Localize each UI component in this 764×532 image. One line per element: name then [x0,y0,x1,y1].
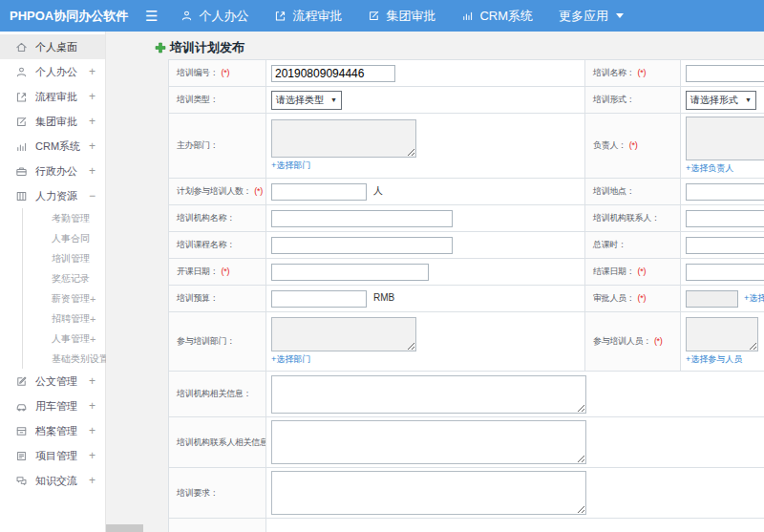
sidebar-item-label: 档案管理 [35,424,77,438]
form-row: 培训机构相关信息： [169,372,764,417]
sidebar-item-5[interactable]: CRM系统+ [0,134,105,159]
budget-value-cell: RMB [266,286,585,312]
form-row: 计划参与培训人数：(*)人培训地点： [169,179,764,205]
sidebar-item-3[interactable]: 流程审批+ [0,84,105,109]
user-icon [15,66,28,78]
top-nav-label: 更多应用 [559,8,608,25]
host-dept-textarea[interactable] [271,119,416,158]
hamburger-menu-icon[interactable]: ☰ [145,9,158,23]
form-row: 参与培训部门：+选择部门参与培训人员：(*)+选择参与人员 [169,312,764,372]
course-name-label: 培训课程名称： [177,240,235,249]
form-row: 培训编号：(*)培训名称：(*) [169,60,764,87]
total-hours-input[interactable] [686,237,764,254]
end-date-label-cell: 结课日期：(*) [585,259,681,286]
join-dept-textarea[interactable] [271,317,416,351]
archive-icon [15,425,28,437]
required-mark: (*) [638,266,647,276]
sidebar-item-10[interactable]: 档案管理+ [0,418,105,443]
app-window: PHPOA协同办公软件 ☰ 个人办公流程审批集团审批CRM系统更多应用 个人桌面… [0,0,764,532]
course-name-input[interactable] [271,237,453,254]
sidebar-item-7[interactable]: 人力资源− [0,183,105,208]
join-dept-label-cell: 参与培训部门： [169,312,266,372]
sidebar-item-12[interactable]: 知识交流+ [0,468,105,493]
sidebar-subitem-5[interactable]: 薪资管理+ [23,288,105,309]
approver-input[interactable] [686,290,738,308]
form-row: 培训类型：请选择类型▼培训形式：请选择形式▼ [169,87,764,114]
top-nav-label: CRM系统 [479,8,533,25]
top-nav-item-2[interactable]: 流程审批 [274,8,342,25]
leader-label: 负责人： [593,140,626,150]
sidebar-item-1[interactable]: 个人桌面 [0,34,105,59]
sidebar-item-11[interactable]: 项目管理+ [0,443,105,468]
place-input[interactable] [686,183,764,201]
sidebar-item-9[interactable]: 用车管理+ [0,394,105,418]
top-nav: 个人办公流程审批集团审批CRM系统更多应用 [180,8,624,25]
expand-icon: + [89,424,96,437]
training-no-input[interactable] [271,65,395,82]
training-name-label: 培训名称： [593,68,635,77]
top-nav-item-4[interactable]: CRM系统 [461,8,533,25]
host-dept-select-link[interactable]: +选择部门 [271,160,310,170]
page-title-row: 培训计划发布 [155,39,244,56]
expand-icon: + [89,139,96,153]
plan-count-input[interactable] [271,183,367,201]
training-plan-form: 培训编号：(*)培训名称：(*)培训类型：请选择类型▼培训形式：请选择形式▼主办… [168,59,764,532]
leader-textarea[interactable] [686,117,764,160]
sidebar-subitem-7[interactable]: 人事管理+ [23,329,105,349]
start-date-input[interactable] [271,264,429,281]
budget-input[interactable] [271,290,367,308]
expand-icon: + [89,474,96,487]
top-nav-item-1[interactable]: 个人办公 [180,8,248,25]
training-name-input[interactable] [686,65,764,82]
sidebar-item-4[interactable]: 集团审批+ [0,109,105,134]
training-require-textarea[interactable] [271,471,586,515]
join-people-select-link[interactable]: +选择参与人员 [686,354,742,364]
end-date-input[interactable] [686,264,764,281]
sidebar-subitem-label: 人事合同 [52,232,90,245]
org-contact-input[interactable] [686,210,764,227]
expand-icon: + [89,65,96,78]
org-name-label: 培训机构名称： [177,213,235,223]
sidebar-subitem-1[interactable]: 考勤管理 [23,208,105,228]
org-contact-label: 培训机构联系人： [593,213,660,223]
org-contact-info-textarea[interactable] [271,420,586,464]
document-edit-icon [15,375,28,388]
join-people-textarea[interactable] [686,317,758,351]
bar-chart-icon [461,10,474,22]
leader-select-link[interactable]: +选择负责人 [686,163,733,173]
flow-approve-icon [274,10,286,22]
plus-icon [155,42,166,53]
end-date-value-cell [681,259,764,286]
training-require-label: 培训要求： [177,488,219,498]
top-nav-item-3[interactable]: 集团审批 [368,8,435,25]
sidebar-item-8[interactable]: 公文管理+ [0,369,105,394]
plan-count-unit: 人 [373,185,383,196]
sidebar-subitem-4[interactable]: 奖惩记录 [23,268,105,288]
top-nav-label: 集团审批 [386,8,435,25]
sidebar-subitem-8[interactable]: 基础类别设置+ [23,349,105,369]
training-name-label-cell: 培训名称：(*) [585,60,681,87]
org-contact-info-value-cell [266,417,764,468]
join-dept-select-link[interactable]: +选择部门 [271,354,310,364]
expand-icon: + [90,333,96,345]
top-nav-item-5[interactable]: 更多应用 [559,8,624,25]
training-form-select[interactable]: 请选择形式▼ [686,91,756,110]
sidebar-subitem-2[interactable]: 人事合同 [23,228,105,248]
approver-select-link[interactable]: +选择审批人员 [744,293,764,303]
course-name-value-cell [266,232,585,259]
sidebar-subitem-3[interactable]: 培训管理 [23,248,105,268]
join-people-value-cell: +选择参与人员 [681,312,764,372]
org-info-value-cell [266,372,764,417]
main-content: 培训计划发布 培训编号：(*)培训名称：(*)培训类型：请选择类型▼培训形式：请… [106,32,764,532]
org-info-textarea[interactable] [271,375,586,414]
budget-label-cell: 培训预算： [169,286,266,312]
sidebar-item-2[interactable]: 个人办公+ [0,59,105,84]
total-hours-label: 总课时： [593,240,626,249]
join-people-label-cell: 参与培训人员：(*) [585,312,681,372]
training-type-select[interactable]: 请选择类型▼ [271,91,342,110]
sidebar-subitem-6[interactable]: 招聘管理+ [23,309,105,329]
training-require-value-cell [266,468,764,519]
horizontal-scrollbar-thumb[interactable] [106,524,143,532]
org-name-input[interactable] [271,210,453,227]
sidebar-item-6[interactable]: 行政办公+ [0,159,105,183]
